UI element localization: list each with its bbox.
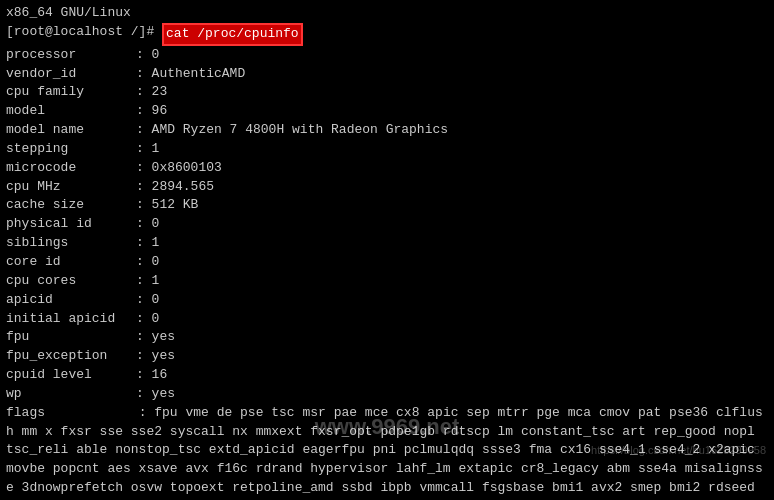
field-cpu-cores: cpu cores: 1 xyxy=(6,272,768,291)
field-cache-size: cache size: 512 KB xyxy=(6,196,768,215)
field-initial-apicid: initial apicid: 0 xyxy=(6,310,768,329)
field-fpu: fpu: yes xyxy=(6,328,768,347)
field-cpuid-level: cpuid level: 16 xyxy=(6,366,768,385)
field-core-id: core id: 0 xyxy=(6,253,768,272)
top-line: x86_64 GNU/Linux xyxy=(6,4,768,23)
field-model: model: 96 xyxy=(6,102,768,121)
command-highlight: cat /proc/cpuinfo xyxy=(162,23,303,46)
field-fpu-exception: fpu_exception: yes xyxy=(6,347,768,366)
field-model-name: model name: AMD Ryzen 7 4800H with Radeo… xyxy=(6,121,768,140)
field-cpu-mhz: cpu MHz: 2894.565 xyxy=(6,178,768,197)
field-physical-id: physical id: 0 xyxy=(6,215,768,234)
field-wp: wp: yes xyxy=(6,385,768,404)
prompt-text: [root@localhost /]# xyxy=(6,23,154,42)
field-siblings: siblings: 1 xyxy=(6,234,768,253)
command-line: [root@localhost /]# cat /proc/cpuinfo xyxy=(6,23,768,46)
field-apicid: apicid: 0 xyxy=(6,291,768,310)
field-stepping: stepping: 1 xyxy=(6,140,768,159)
field-microcode: microcode: 0x8600103 xyxy=(6,159,768,178)
field-vendor-id: vendor_id: AuthenticAMD xyxy=(6,65,768,84)
field-flags: flags : fpu vme de pse tsc msr pae mce c… xyxy=(6,404,768,500)
terminal-window: x86_64 GNU/Linux [root@localhost /]# cat… xyxy=(0,0,774,500)
field-processor: processor: 0 xyxy=(6,46,768,65)
field-cpu-family: cpu family: 23 xyxy=(6,83,768,102)
